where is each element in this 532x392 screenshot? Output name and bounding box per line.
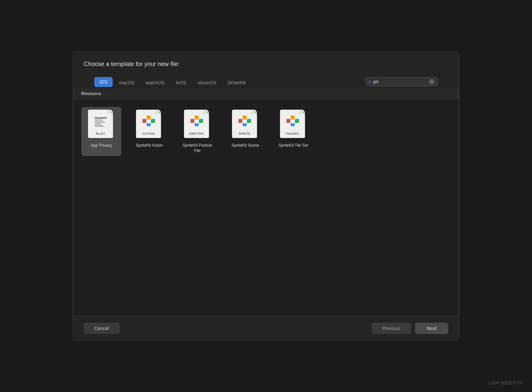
file-icon-app-privacy: PLIST <box>88 110 115 140</box>
search-wrapper: ≡ ✕ <box>366 77 438 86</box>
file-tag-app-privacy: PLIST <box>96 132 105 135</box>
file-item-spritekit-action[interactable]: ACTIONSpriteKit Action <box>129 107 169 156</box>
tab-watchos[interactable]: watchOS <box>140 77 170 88</box>
file-icon-spritekit-tileset: TILESET <box>280 110 307 140</box>
file-item-app-privacy[interactable]: PLISTApp Privacy <box>81 107 121 156</box>
svg-rect-3 <box>95 123 101 125</box>
tabs-row: iOSmacOSwatchOStvOSvisionOSDriverKit ≡ ✕ <box>84 74 448 88</box>
file-icon-spritekit-scene: SPRITE <box>232 110 259 140</box>
tabs-list: iOSmacOSwatchOStvOSvisionOSDriverKit <box>94 77 366 88</box>
svg-rect-15 <box>238 119 242 123</box>
svg-rect-6 <box>147 115 151 119</box>
tab-visionos[interactable]: visionOS <box>192 77 222 88</box>
file-tag-spritekit-particle: EMITTER <box>189 132 204 135</box>
svg-rect-1 <box>95 119 103 121</box>
file-name-app-privacy: App Privacy <box>91 143 112 148</box>
file-name-spritekit-action: SpriteKit Action <box>136 143 163 148</box>
watermark: CSDN @星星月亮0 <box>488 380 523 386</box>
filter-icon: ≡ <box>369 79 371 84</box>
items-grid: PLISTApp Privacy ACTIONSpriteKit Action … <box>73 99 459 286</box>
dialog-title: Choose a template for your new file: <box>84 61 448 68</box>
svg-rect-7 <box>151 119 155 123</box>
file-item-spritekit-tileset[interactable]: TILESETSpriteKit Tile Set <box>273 107 313 156</box>
file-tag-spritekit-scene: SPRITE <box>239 132 251 135</box>
svg-rect-21 <box>291 115 295 119</box>
file-name-spritekit-scene: SpriteKit Scene <box>232 143 259 148</box>
svg-rect-5 <box>142 119 146 123</box>
svg-rect-20 <box>286 119 290 123</box>
file-tag-spritekit-tileset: TILESET <box>286 132 299 135</box>
tab-tvos[interactable]: tvOS <box>171 77 192 88</box>
search-clear-button[interactable]: ✕ <box>429 79 435 85</box>
cancel-button[interactable]: Cancel <box>84 323 120 334</box>
tab-ios[interactable]: iOS <box>94 77 113 87</box>
dialog-body: Resource PLISTApp Privacy ACTIONSpriteKi… <box>73 88 459 316</box>
svg-rect-11 <box>195 115 199 119</box>
svg-rect-0 <box>95 117 107 119</box>
previous-button[interactable]: Previous <box>372 323 411 334</box>
next-button[interactable]: Next <box>415 323 448 334</box>
svg-rect-4 <box>95 125 104 127</box>
file-item-spritekit-particle[interactable]: EMITTERSpriteKit Particle File <box>177 107 217 156</box>
section-header: Resource <box>73 88 459 99</box>
svg-point-14 <box>195 120 198 123</box>
svg-rect-16 <box>243 115 247 119</box>
svg-rect-2 <box>95 121 105 123</box>
dialog-header: Choose a template for your new file: iOS… <box>73 51 459 88</box>
svg-rect-22 <box>295 119 299 123</box>
dialog-footer: Cancel Previous Next <box>73 316 459 341</box>
tab-macos[interactable]: macOS <box>113 77 140 88</box>
file-icon-spritekit-action: ACTION <box>136 110 163 140</box>
search-input[interactable] <box>373 79 427 84</box>
template-dialog: Choose a template for your new file: iOS… <box>73 51 459 341</box>
file-name-spritekit-particle: SpriteKit Particle File <box>180 143 215 153</box>
svg-rect-12 <box>199 119 203 123</box>
file-icon-spritekit-particle: EMITTER <box>184 110 211 140</box>
file-tag-spritekit-action: ACTION <box>142 132 155 135</box>
footer-right: Previous Next <box>372 323 448 334</box>
search-box: ≡ ✕ <box>366 77 438 86</box>
file-item-spritekit-scene[interactable]: SPRITESpriteKit Scene <box>225 107 265 156</box>
tab-driverkit[interactable]: DriverKit <box>222 77 251 88</box>
svg-rect-17 <box>247 119 251 123</box>
svg-point-24 <box>291 120 294 123</box>
svg-point-19 <box>243 120 246 123</box>
svg-rect-10 <box>190 119 194 123</box>
file-name-spritekit-tileset: SpriteKit Tile Set <box>279 143 308 148</box>
svg-point-9 <box>147 120 150 123</box>
